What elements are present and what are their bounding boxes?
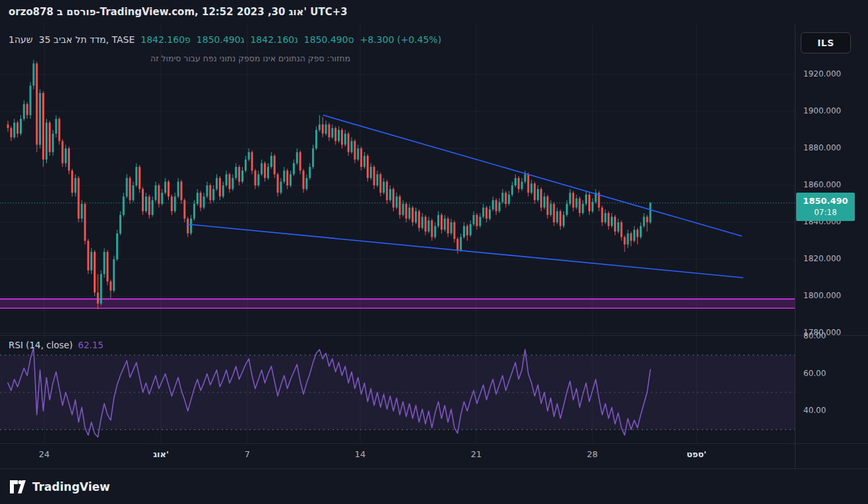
tradingview-brand-text: TradingView [32,480,110,493]
legend-change-value: +8.300 (+0.45%) [360,34,441,45]
time-tick-label: 21 [471,449,482,459]
legend-high-value: ג1850.490 [197,34,245,45]
time-tick-label: 28 [587,449,598,459]
rsi-value: 62.15 [78,340,104,350]
symbol-legend: 1שעה מדד תל אביב 35, TASE פ1842.160 ג185… [9,34,441,45]
legend-close-value: ס1850.490 [304,34,354,45]
time-tick-label: 24 [39,449,50,459]
legend-symbol[interactable]: מדד תל אביב 35, TASE [39,34,135,45]
rsi-legend: RSI (14, close) 62.15 [9,340,104,350]
time-tick-label: אוג' [153,449,169,459]
price-tick-label: 1900.000 [803,106,841,115]
rsi-tick-label: 40.00 [803,406,826,415]
legend-open-value: פ1842.160 [140,34,191,45]
attribution-text: orzo878 פורסם ב-TradingView.com, 12:52 2… [9,6,348,18]
attribution-bar: orzo878 פורסם ב-TradingView.com, 12:52 2… [0,0,868,24]
rsi-tick-label: 60.00 [803,369,826,378]
bar-countdown: 07:18 [796,207,855,218]
time-tick-label: 7 [245,449,250,459]
last-price-label: 1850.490 07:18 [796,193,855,221]
price-tick-label: 1800.000 [803,291,841,300]
tradingview-link[interactable]: TradingView [9,480,110,494]
time-axis[interactable]: 24אוג'7142128ספט' [0,443,795,468]
price-tick-label: 1880.000 [803,143,841,152]
time-tick-label: ספט' [687,449,706,459]
currency-badge[interactable]: ILS [801,32,851,53]
footer: TradingView [0,468,868,504]
volume-warning-text: מחזור: ספק הנתונים אינו מספק נתוני נפח ע… [150,53,350,63]
pane-separator[interactable] [0,335,868,336]
rsi-pane-canvas[interactable] [0,335,795,443]
legend-low-value: נ1842.160 [250,34,297,45]
rsi-title[interactable]: RSI (14, close) [9,340,73,350]
time-tick-label: 14 [355,449,366,459]
legend-timeframe[interactable]: 1שעה [9,34,33,45]
last-price: 1850.490 [796,195,855,207]
price-axis[interactable]: ILS 1850.490 07:18 1920.0001900.0001880.… [795,24,868,468]
price-tick-label: 1860.000 [803,180,841,189]
price-tick-label: 1820.000 [803,254,841,263]
chart-area[interactable]: 1שעה מדד תל אביב 35, TASE פ1842.160 ג185… [0,24,868,468]
tradingview-logo-icon [9,480,26,494]
price-tick-label: 1920.000 [803,69,841,79]
price-pane-canvas[interactable] [0,24,795,335]
rsi-tick-label: 80.00 [803,331,826,340]
